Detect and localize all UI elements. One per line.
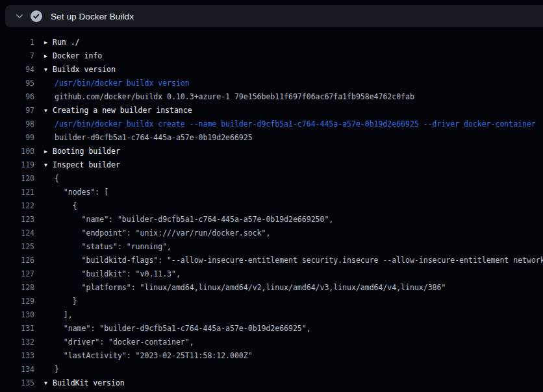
line-number[interactable]: 129 <box>0 295 34 308</box>
chevron-down-icon[interactable] <box>12 8 27 24</box>
line-number[interactable]: 99 <box>0 131 34 145</box>
line-number[interactable]: 121 <box>0 186 34 199</box>
triangle-right-icon: ▶ <box>44 36 53 49</box>
log-line: 134} <box>0 363 543 376</box>
line-number[interactable]: 120 <box>0 172 34 186</box>
group-row-content: ▼Buildx version <box>34 63 116 77</box>
log-line[interactable]: 94▼Buildx version <box>0 63 543 77</box>
log-line[interactable]: 100▶Booting builder <box>0 145 543 158</box>
line-number[interactable]: 135 <box>0 376 34 390</box>
group-title: Run ./ <box>53 38 80 47</box>
line-number[interactable]: 95 <box>0 77 34 90</box>
log-line: 127 "buildkit": "v0.11.3", <box>0 267 543 281</box>
command-text: /usr/bin/docker buildx version <box>34 77 190 90</box>
output-text: github.com/docker/buildx 0.10.3+azure-1 … <box>34 90 414 104</box>
log-line[interactable]: 135▼BuildKit version <box>0 376 543 390</box>
step-header[interactable]: Set up Docker Buildx <box>5 5 543 27</box>
log-line: 124 "endpoint": "unix:///var/run/docker.… <box>0 227 543 240</box>
line-number[interactable]: 94 <box>0 63 34 77</box>
line-number[interactable]: 125 <box>0 240 34 254</box>
line-number[interactable]: 7 <box>0 49 34 63</box>
group-title: Booting builder <box>53 147 120 156</box>
log-line: 121 "nodes": [ <box>0 186 543 199</box>
log-line: 120{ <box>0 172 543 186</box>
line-number[interactable]: 124 <box>0 227 34 240</box>
log-line: 122 { <box>0 199 543 213</box>
output-text: "status": "running", <box>34 240 171 254</box>
group-row-content: ▶Booting builder <box>34 145 120 158</box>
line-number[interactable]: 123 <box>0 213 34 227</box>
group-title: BuildKit version <box>53 378 125 387</box>
log-line[interactable]: 119▼Inspect builder <box>0 158 543 172</box>
line-number[interactable]: 1 <box>0 36 34 49</box>
line-number[interactable]: 122 <box>0 199 34 213</box>
line-number[interactable]: 98 <box>0 117 34 131</box>
log-line: 98/usr/bin/docker buildx create --name b… <box>0 117 543 131</box>
line-number[interactable]: 134 <box>0 363 34 376</box>
line-number[interactable]: 130 <box>0 308 34 322</box>
output-text: builder-d9cfb5a1-c764-445a-a57e-0b19d2e6… <box>34 131 253 145</box>
line-number[interactable]: 127 <box>0 267 34 281</box>
triangle-down-icon: ▼ <box>44 158 53 172</box>
line-number[interactable]: 133 <box>0 349 34 363</box>
group-row-content: ▶Run ./ <box>34 36 80 49</box>
group-title: Buildx version <box>53 65 116 74</box>
line-number[interactable]: 132 <box>0 336 34 349</box>
check-circle-icon <box>31 10 42 22</box>
output-text: "platforms": "linux/amd64,linux/amd64/v2… <box>34 281 446 295</box>
triangle-down-icon: ▼ <box>44 376 53 390</box>
group-title: Inspect builder <box>53 160 120 169</box>
log-line: 125 "status": "running", <box>0 240 543 254</box>
log-line[interactable]: 97▼Creating a new builder instance <box>0 104 543 117</box>
log-line: 133 "lastActivity": "2023-02-25T11:58:12… <box>0 349 543 363</box>
output-text: "name": "builder-d9cfb5a1-c764-445a-a57e… <box>34 322 311 336</box>
log-line[interactable]: 7▶Docker info <box>0 49 543 63</box>
group-row-content: ▼Creating a new builder instance <box>34 104 192 117</box>
log-line: 95/usr/bin/docker buildx version <box>0 77 543 90</box>
log-line: 126 "buildkitd-flags": "--allow-insecure… <box>0 254 543 267</box>
triangle-down-icon: ▼ <box>44 63 53 77</box>
output-text: "name": "builder-d9cfb5a1-c764-445a-a57e… <box>34 213 333 227</box>
triangle-down-icon: ▼ <box>44 104 53 117</box>
log-lines: 1▶Run ./7▶Docker info94▼Buildx version95… <box>0 27 543 392</box>
log-line[interactable]: 1▶Run ./ <box>0 36 543 49</box>
line-number[interactable]: 128 <box>0 281 34 295</box>
output-text: { <box>34 199 77 213</box>
output-text: "buildkit": "v0.11.3", <box>34 267 181 281</box>
output-text: { <box>34 172 59 186</box>
output-text: "buildkitd-flags": "--allow-insecure-ent… <box>34 254 543 267</box>
line-number[interactable]: 100 <box>0 145 34 158</box>
output-text: } <box>34 363 59 376</box>
actions-log-viewer: { "colors": { "page_background": "#02040… <box>0 0 543 392</box>
output-text: "nodes": [ <box>34 186 108 199</box>
output-text: "lastActivity": "2023-02-25T11:58:12.000… <box>34 349 253 363</box>
group-title: Creating a new builder instance <box>53 106 192 115</box>
group-row-content: ▼Inspect builder <box>34 158 120 172</box>
output-text: } <box>34 295 77 308</box>
line-number[interactable]: 97 <box>0 104 34 117</box>
line-number[interactable]: 119 <box>0 158 34 172</box>
line-number[interactable]: 126 <box>0 254 34 267</box>
log-line: 131 "name": "builder-d9cfb5a1-c764-445a-… <box>0 322 543 336</box>
triangle-right-icon: ▶ <box>44 145 53 158</box>
command-text: /usr/bin/docker buildx create --name bui… <box>34 117 536 131</box>
log-line: 128 "platforms": "linux/amd64,linux/amd6… <box>0 281 543 295</box>
line-number[interactable]: 96 <box>0 90 34 104</box>
group-row-content: ▼BuildKit version <box>34 376 125 390</box>
line-number[interactable]: 131 <box>0 322 34 336</box>
output-text: "driver": "docker-container", <box>34 336 194 349</box>
group-row-content: ▶Docker info <box>34 49 102 63</box>
step-title: Set up Docker Buildx <box>51 12 134 21</box>
log-line: 99builder-d9cfb5a1-c764-445a-a57e-0b19d2… <box>0 131 543 145</box>
log-line: 129 } <box>0 295 543 308</box>
triangle-right-icon: ▶ <box>44 49 53 63</box>
log-line: 132 "driver": "docker-container", <box>0 336 543 349</box>
output-text: ], <box>34 308 73 322</box>
log-line: 123 "name": "builder-d9cfb5a1-c764-445a-… <box>0 213 543 227</box>
group-title: Docker info <box>53 51 102 60</box>
output-text: "endpoint": "unix:///var/run/docker.sock… <box>34 227 270 240</box>
log-line: 130 ], <box>0 308 543 322</box>
log-line: 96github.com/docker/buildx 0.10.3+azure-… <box>0 90 543 104</box>
